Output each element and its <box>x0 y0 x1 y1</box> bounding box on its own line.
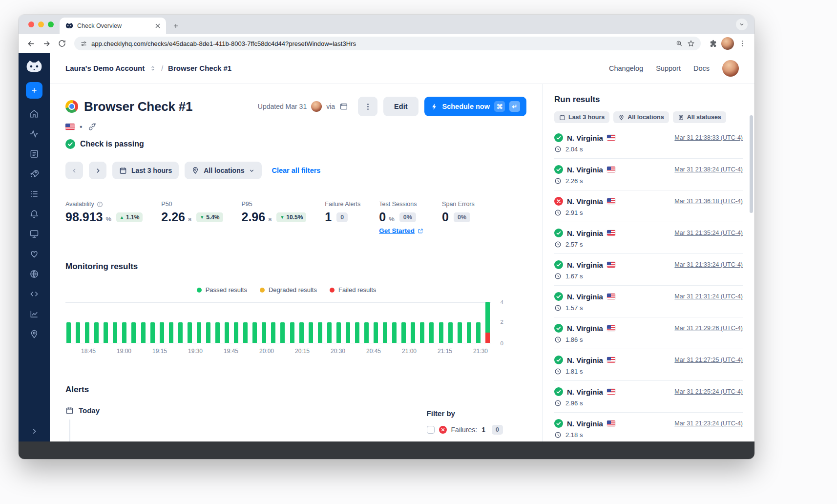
chart-bar <box>280 322 285 343</box>
chip-statuses[interactable]: All statuses <box>673 111 726 123</box>
breadcrumb-current[interactable]: Browser Check #1 <box>168 64 231 72</box>
header-right: Changelog Support Docs <box>609 60 739 77</box>
info-icon[interactable] <box>97 201 103 208</box>
tab-title: Check Overview <box>77 22 149 29</box>
check-status-message: Check is passing <box>80 140 144 148</box>
schedule-now-button[interactable]: Schedule now ⌘ ↵ <box>424 97 527 116</box>
bookmark-star-icon[interactable] <box>687 40 695 47</box>
x-tick-label: 20:00 <box>259 348 274 355</box>
docs-link[interactable]: Docs <box>693 64 710 72</box>
stat-value: 2.96 <box>242 211 266 223</box>
tab-search-chevron-icon[interactable] <box>736 19 748 30</box>
sidebar-item-dashboards[interactable] <box>24 225 44 243</box>
sidebar-item-private-locations-globe[interactable] <box>24 265 44 283</box>
user-avatar[interactable] <box>722 60 739 77</box>
run-result-row[interactable]: N. Virginia Mar 31 21:38:33 (UTC-4) 2.04… <box>554 127 743 159</box>
run-timestamp-link[interactable]: Mar 31 21:25:24 (UTC-4) <box>674 388 743 395</box>
run-timestamp-link[interactable]: Mar 31 21:27:25 (UTC-4) <box>674 357 743 363</box>
run-timestamp-link[interactable]: Mar 31 21:29:26 (UTC-4) <box>674 325 743 332</box>
scrollbar-thumb[interactable] <box>750 115 753 213</box>
stat-label: P50 <box>161 201 172 208</box>
sidebar-item-status-pages[interactable] <box>24 245 44 263</box>
sidebar-item-cli-code[interactable] <box>24 285 44 303</box>
sidebar-item-activity[interactable] <box>24 125 44 143</box>
us-flag-icon <box>607 198 615 204</box>
sidebar-item-alerts-bell[interactable] <box>24 205 44 223</box>
site-settings-tune-icon[interactable] <box>80 40 87 47</box>
chart-bar <box>66 322 71 343</box>
account-selector[interactable]: Laura's Demo Account <box>65 64 145 72</box>
sidebar-item-home[interactable] <box>24 105 44 123</box>
sidebar-item-locations-pin[interactable] <box>24 325 44 343</box>
new-tab-button[interactable] <box>169 19 183 33</box>
locations-filter[interactable]: All locations <box>185 162 262 179</box>
sidebar-item-maintenance-rocket[interactable] <box>24 165 44 183</box>
run-result-row[interactable]: N. Virginia Mar 31 21:31:24 (UTC-4) 1.57… <box>554 286 743 317</box>
chip-time-range[interactable]: Last 3 hours <box>554 111 609 123</box>
x-tick-label: 21:00 <box>402 348 417 355</box>
chart-bar <box>252 322 257 343</box>
run-timestamp-link[interactable]: Mar 31 21:23:24 (UTC-4) <box>674 420 743 427</box>
run-result-row[interactable]: N. Virginia Mar 31 21:27:25 (UTC-4) 1.81… <box>554 349 743 381</box>
failed-status-icon <box>554 197 563 206</box>
changelog-link[interactable]: Changelog <box>609 64 643 72</box>
run-timestamp-link[interactable]: Mar 31 21:35:24 (UTC-4) <box>674 230 743 236</box>
time-range-filter[interactable]: Last 3 hours <box>112 162 179 179</box>
chart-bar <box>169 322 173 343</box>
monitoring-chart: Passed results Degraded results Failed r… <box>65 286 507 358</box>
sidebar-item-analytics-chart[interactable] <box>24 305 44 323</box>
cmd-key-icon: ⌘ <box>494 101 505 112</box>
url-bar[interactable]: app.checklyhq.com/checks/e45dacab-8de1-4… <box>74 37 701 50</box>
get-started-link[interactable]: Get Started <box>379 227 423 234</box>
updated-by-avatar[interactable] <box>311 101 322 112</box>
chart-bar <box>131 322 136 343</box>
chart-bar <box>458 322 462 343</box>
run-result-row[interactable]: N. Virginia Mar 31 21:35:24 (UTC-4) 2.57… <box>554 222 743 254</box>
tab-close-icon[interactable] <box>153 21 162 30</box>
back-button[interactable] <box>23 36 38 51</box>
run-result-row[interactable]: N. Virginia Mar 31 21:29:26 (UTC-4) 1.86… <box>554 317 743 349</box>
collapse-sidebar-chevron-icon[interactable] <box>30 427 39 436</box>
chip-locations[interactable]: All locations <box>613 111 669 123</box>
run-timestamp-link[interactable]: Mar 31 21:33:24 (UTC-4) <box>674 261 743 268</box>
minimize-window-button[interactable] <box>38 21 44 27</box>
account-selector-chevrons-icon[interactable] <box>149 65 156 72</box>
clock-icon <box>554 336 562 343</box>
edit-button[interactable]: Edit <box>383 97 418 116</box>
run-timestamp-link[interactable]: Mar 31 21:38:24 (UTC-4) <box>674 166 743 173</box>
support-link[interactable]: Support <box>656 64 681 72</box>
run-timestamp-link[interactable]: Mar 31 21:36:18 (UTC-4) <box>674 198 743 205</box>
passed-status-icon <box>554 292 563 301</box>
run-result-row[interactable]: N. Virginia Mar 31 21:23:24 (UTC-4) 2.18… <box>554 413 743 441</box>
run-timestamp-link[interactable]: Mar 31 21:38:33 (UTC-4) <box>674 134 743 141</box>
time-range-next-button[interactable] <box>89 162 106 179</box>
clock-icon <box>554 177 562 185</box>
browser-profile-avatar[interactable] <box>721 37 734 50</box>
run-results-list: N. Virginia Mar 31 21:38:33 (UTC-4) 2.04… <box>554 127 743 441</box>
close-window-button[interactable] <box>28 21 34 27</box>
time-range-prev-button[interactable] <box>65 162 83 179</box>
more-options-kebab-button[interactable] <box>358 97 377 116</box>
checkly-raccoon-logo[interactable] <box>26 60 42 74</box>
fullscreen-window-button[interactable] <box>48 21 54 27</box>
run-result-row[interactable]: N. Virginia Mar 31 21:36:18 (UTC-4) 2.91… <box>554 190 743 222</box>
sidebar-item-checks[interactable] <box>24 145 44 163</box>
forward-button[interactable] <box>39 36 54 51</box>
failures-checkbox[interactable] <box>427 426 435 434</box>
run-result-row[interactable]: N. Virginia Mar 31 21:38:24 (UTC-4) 2.26… <box>554 159 743 190</box>
sidebar-item-runs[interactable] <box>24 185 44 203</box>
y-tick-label: 0 <box>501 340 503 346</box>
clock-icon <box>554 146 562 153</box>
browser-menu-kebab-icon[interactable] <box>735 36 750 51</box>
url-text[interactable]: app.checklyhq.com/checks/e45dacab-8de1-4… <box>91 40 671 47</box>
browser-tab[interactable]: Check Overview <box>60 18 166 34</box>
run-timestamp-link[interactable]: Mar 31 21:31:24 (UTC-4) <box>674 293 743 300</box>
run-result-row[interactable]: N. Virginia Mar 31 21:33:24 (UTC-4) 1.67… <box>554 254 743 286</box>
extensions-puzzle-icon[interactable] <box>706 36 720 51</box>
create-new-button[interactable] <box>26 82 42 99</box>
run-result-row[interactable]: N. Virginia Mar 31 21:25:24 (UTC-4) 2.96… <box>554 381 743 413</box>
reload-button[interactable] <box>55 36 69 51</box>
zoom-icon[interactable] <box>675 40 683 47</box>
clear-all-filters-link[interactable]: Clear all filters <box>272 167 320 174</box>
degraded-legend-dot <box>260 288 265 293</box>
